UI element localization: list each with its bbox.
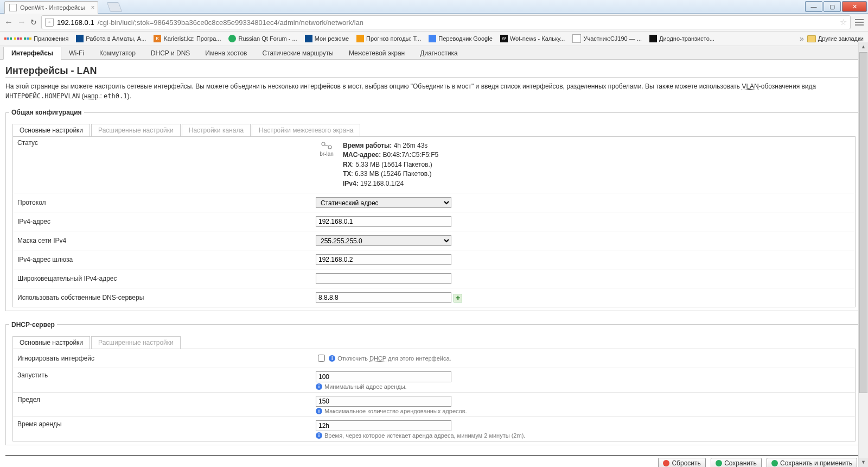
gateway-label: IPv4-адрес шлюза: [13, 256, 316, 263]
start-label: Запустить: [13, 371, 316, 379]
browser-tab-title: OpenWrt - Интерфейсы: [20, 2, 85, 14]
sub-tab-physical[interactable]: Настройки канала: [182, 124, 251, 136]
add-dns-icon[interactable]: ✚: [454, 294, 462, 302]
window-titlebar: OpenWrt - Интерфейсы × — ▢ ✕: [0, 0, 868, 14]
ipv4-addr-input[interactable]: [316, 216, 451, 227]
sub-tab-firewall[interactable]: Настройки межсетевого экрана: [252, 124, 360, 136]
bookmark-item[interactable]: Переводчик Google: [429, 35, 493, 42]
gateway-input[interactable]: [316, 254, 451, 265]
other-bookmarks-button[interactable]: Другие закладки: [807, 35, 864, 42]
bookmark-item[interactable]: Диодно-транзисто...: [649, 35, 714, 42]
forward-button[interactable]: →: [17, 17, 26, 27]
svg-line-2: [324, 145, 329, 146]
tab-diagnostics[interactable]: Диагностика: [412, 47, 465, 59]
info-icon: i: [316, 408, 322, 414]
protocol-label: Протокол: [13, 199, 316, 206]
dhcp-sub-tabs: Основные настройки Расширенные настройки: [12, 336, 859, 349]
bookmark-item[interactable]: WWot-news - Кальку...: [500, 35, 565, 42]
scroll-up-button[interactable]: ▲: [859, 42, 868, 52]
general-config-fieldset: Общая конфигурация Основные настройки Ра…: [5, 109, 863, 311]
save-apply-button[interactable]: Сохранить и применить: [767, 458, 857, 467]
ipv4-addr-label: IPv4-адрес: [13, 218, 316, 225]
lease-hint: Время, через которое истекает аренда адр…: [324, 432, 525, 439]
tab-static-routes[interactable]: Статические маршруты: [254, 47, 341, 59]
interface-icon-block: br-lan: [316, 141, 337, 157]
apps-button[interactable]: Приложения: [4, 35, 68, 42]
scroll-thumb[interactable]: [859, 52, 867, 393]
bookmark-item[interactable]: Работа в Алматы, А...: [76, 35, 146, 42]
apply-icon: [771, 460, 778, 466]
dhcp-sub-tab-advanced[interactable]: Расширенные настройки: [91, 336, 181, 349]
broadcast-input[interactable]: [316, 273, 451, 284]
lease-label: Время аренды: [13, 420, 316, 428]
reset-icon: [663, 460, 669, 466]
netmask-label: Маска сети IPv4: [13, 237, 316, 244]
reset-button[interactable]: Сбросить: [658, 458, 705, 467]
save-button[interactable]: Сохранить: [711, 458, 762, 467]
status-label: Статус: [13, 139, 316, 147]
bookmark-star-icon[interactable]: ☆: [840, 17, 847, 27]
page-icon: [9, 4, 17, 11]
bookmark-item[interactable]: Russian Qt Forum - ...: [228, 35, 297, 42]
netmask-select[interactable]: 255.255.255.0: [316, 235, 451, 246]
bookmarks-overflow-button[interactable]: »: [800, 34, 804, 43]
start-hint: Минимальный адрес аренды.: [324, 383, 407, 390]
url-path: /cgi-bin/luci/;stok=9864539ba36ce0c8ce85…: [98, 18, 363, 27]
bookmark-item[interactable]: KKarierist.kz: Програ...: [154, 35, 221, 42]
limit-input[interactable]: [316, 396, 451, 407]
bookmark-item[interactable]: Участник:CJ190 — ...: [572, 34, 642, 43]
tab-hostnames[interactable]: Имена хостов: [197, 47, 254, 59]
tab-wifi[interactable]: Wi-Fi: [61, 47, 92, 59]
ignore-checkbox[interactable]: [318, 355, 325, 362]
tab-interfaces[interactable]: Интерфейсы: [3, 47, 61, 60]
scroll-down-button[interactable]: ▼: [859, 458, 868, 467]
tab-dhcp-dns[interactable]: DHCP и DNS: [143, 47, 198, 59]
bookmark-item[interactable]: Прогноз погоды: Т...: [356, 35, 421, 42]
back-button[interactable]: ←: [4, 17, 13, 27]
dhcp-fieldset: DHCP-сервер Основные настройки Расширенн…: [5, 321, 863, 445]
save-icon: [716, 460, 722, 466]
page-description: На этой странице вы можете настроить сет…: [5, 81, 863, 101]
start-input[interactable]: [316, 371, 451, 382]
bridge-icon: [320, 141, 333, 150]
page-title: Интерфейсы - LAN: [5, 65, 863, 78]
browser-tab[interactable]: OpenWrt - Интерфейсы ×: [4, 1, 98, 14]
dns-label: Использовать собственные DNS-серверы: [13, 294, 316, 301]
dhcp-sub-tab-basic[interactable]: Основные настройки: [12, 336, 90, 349]
bookmarks-bar: Приложения Работа в Алматы, А... KKarier…: [0, 31, 868, 46]
info-icon: i: [316, 432, 322, 439]
section-tabs: Интерфейсы Wi-Fi Коммутатор DHCP и DNS И…: [0, 46, 868, 60]
dhcp-legend: DHCP-сервер: [9, 321, 57, 329]
apps-label: Приложения: [34, 35, 68, 42]
address-bar: ← → ↻ ▫ 192.168.0.1/cgi-bin/luci/;stok=9…: [0, 14, 868, 31]
broadcast-label: Широковещательный IPv4-адрес: [13, 275, 316, 282]
action-buttons: Сбросить Сохранить Сохранить и применить: [5, 455, 863, 467]
bookmark-item[interactable]: Мои резюме: [305, 35, 349, 42]
site-info-icon[interactable]: ▫: [45, 18, 54, 27]
window-minimize-button[interactable]: —: [805, 1, 822, 12]
ignore-hint: Отключить DHCP для этого интерфейса.: [337, 355, 451, 362]
info-icon: i: [329, 355, 335, 362]
info-icon: i: [316, 383, 322, 390]
browser-menu-button[interactable]: [855, 17, 864, 27]
limit-hint: Максимальное количество арендованных адр…: [324, 408, 467, 414]
dns-input[interactable]: [316, 292, 451, 303]
url-input[interactable]: ▫ 192.168.0.1/cgi-bin/luci/;stok=9864539…: [41, 15, 851, 29]
folder-icon: [807, 35, 816, 42]
sub-tab-basic[interactable]: Основные настройки: [12, 124, 90, 136]
tab-firewall[interactable]: Межсетевой экран: [341, 47, 412, 59]
url-host: 192.168.0.1: [57, 18, 94, 27]
tab-switch[interactable]: Коммутатор: [92, 47, 143, 59]
status-details: Время работы: 4h 26m 43s MAC-адрес: B0:4…: [343, 141, 438, 188]
protocol-select[interactable]: Статический адрес: [316, 197, 451, 208]
reload-button[interactable]: ↻: [30, 18, 37, 27]
sub-tab-advanced[interactable]: Расширенные настройки: [91, 124, 181, 136]
vertical-scrollbar[interactable]: ▲ ▼: [858, 42, 868, 467]
window-maximize-button[interactable]: ▢: [824, 1, 841, 12]
general-sub-tabs: Основные настройки Расширенные настройки…: [12, 124, 859, 136]
lease-input[interactable]: [316, 420, 451, 431]
new-tab-button[interactable]: [107, 2, 123, 12]
tab-close-icon[interactable]: ×: [91, 2, 94, 14]
ignore-label: Игнорировать интерфейс: [13, 355, 316, 362]
window-close-button[interactable]: ✕: [842, 1, 867, 12]
